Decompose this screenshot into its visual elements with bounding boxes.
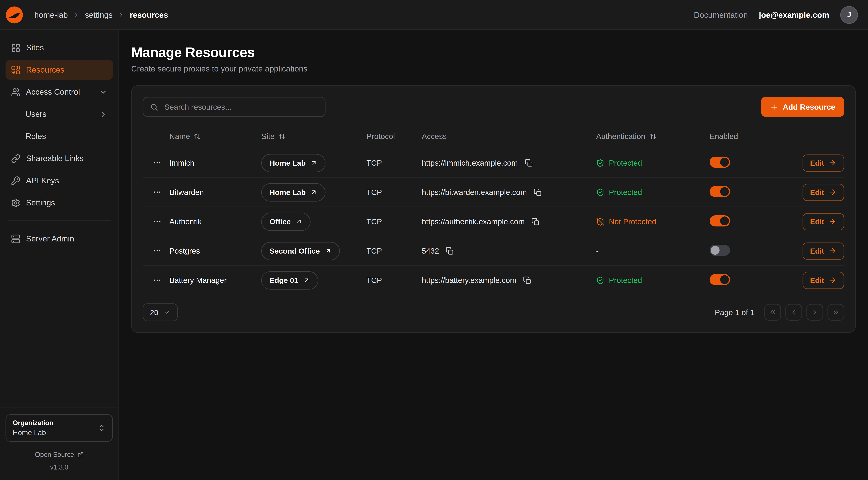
- next-page-button[interactable]: [806, 304, 823, 321]
- copy-button[interactable]: [523, 157, 534, 168]
- edit-button[interactable]: Edit: [802, 183, 844, 201]
- sidebar-item-shareable-links[interactable]: Shareable Links: [6, 148, 113, 168]
- sidebar-item-label: Users: [26, 110, 46, 119]
- external-link-icon: [325, 247, 332, 254]
- page-size-select[interactable]: 20: [143, 303, 178, 321]
- table-row: Immich Home Lab TCP https://immich.examp…: [143, 148, 844, 177]
- site-name: Office: [270, 217, 291, 226]
- organization-selector[interactable]: Organization Home Lab: [6, 414, 113, 442]
- resource-protocol: TCP: [366, 158, 422, 167]
- table-footer: 20 Page 1 of 1: [143, 303, 844, 321]
- row-menu-button[interactable]: [150, 243, 165, 259]
- enabled-toggle[interactable]: [710, 244, 730, 256]
- chevron-right-icon: [73, 11, 80, 18]
- site-link-button[interactable]: Home Lab: [261, 154, 326, 172]
- sidebar-divider: [8, 220, 111, 221]
- resource-name: Bitwarden: [169, 188, 261, 197]
- topbar: home-lab settings resources Documentatio…: [0, 0, 868, 30]
- site-link-button[interactable]: Edge 01: [261, 271, 318, 289]
- sidebar-item-label: Settings: [26, 198, 55, 207]
- arrow-right-icon: [829, 188, 836, 196]
- enabled-toggle[interactable]: [710, 274, 730, 285]
- sidebar-item-access-control[interactable]: Access Control: [6, 82, 113, 102]
- enabled-toggle[interactable]: [710, 215, 730, 226]
- first-page-button[interactable]: [764, 304, 781, 321]
- edit-button[interactable]: Edit: [802, 242, 844, 259]
- table-row: Bitwarden Home Lab TCP https://bitwarden…: [143, 177, 844, 207]
- enabled-toggle[interactable]: [710, 186, 730, 197]
- avatar[interactable]: J: [840, 6, 858, 24]
- breadcrumb-settings[interactable]: settings: [85, 10, 113, 19]
- sidebar-item-roles[interactable]: Roles: [6, 126, 113, 146]
- sidebar-item-label: Access Control: [26, 87, 80, 96]
- breadcrumb-resources: resources: [130, 10, 168, 19]
- row-menu-button[interactable]: [150, 155, 165, 171]
- sort-site-button[interactable]: [278, 133, 286, 140]
- sidebar-item-sites[interactable]: Sites: [6, 38, 113, 58]
- copy-button[interactable]: [522, 275, 532, 286]
- page-title: Manage Resources: [131, 44, 856, 60]
- sidebar-item-label: Shareable Links: [26, 154, 84, 163]
- site-name: Edge 01: [270, 276, 298, 284]
- open-source-label: Open Source: [35, 451, 74, 458]
- site-link-button[interactable]: Second Office: [261, 242, 340, 260]
- user-email[interactable]: joe@example.com: [759, 10, 829, 19]
- search-icon: [150, 102, 158, 111]
- shield-check-icon: [596, 158, 604, 167]
- arrow-right-icon: [829, 217, 836, 226]
- sidebar-item-settings[interactable]: Settings: [6, 193, 113, 213]
- site-link-button[interactable]: Home Lab: [261, 183, 326, 201]
- edit-button[interactable]: Edit: [802, 271, 844, 289]
- previous-page-button[interactable]: [785, 304, 802, 321]
- enabled-toggle[interactable]: [710, 156, 730, 168]
- column-header-name: Name: [169, 132, 190, 141]
- breadcrumb-home-lab[interactable]: home-lab: [34, 10, 68, 19]
- column-header-enabled: Enabled: [710, 132, 738, 141]
- row-menu-button[interactable]: [150, 272, 165, 288]
- add-resource-button[interactable]: Add Resource: [761, 97, 844, 117]
- auth-status: Protected: [609, 158, 642, 167]
- resource-access-url: https://battery.example.com: [422, 276, 517, 284]
- site-name: Second Office: [270, 247, 320, 255]
- column-header-authentication: Authentication: [596, 132, 645, 141]
- site-link-button[interactable]: Office: [261, 212, 311, 231]
- resource-protocol: TCP: [366, 188, 422, 197]
- edit-button[interactable]: Edit: [802, 154, 844, 171]
- sort-authentication-button[interactable]: [649, 133, 656, 140]
- search-input[interactable]: [163, 102, 318, 112]
- pagination-controls: [764, 304, 844, 321]
- external-link-icon: [78, 452, 84, 458]
- sort-name-button[interactable]: [194, 133, 201, 140]
- documentation-link[interactable]: Documentation: [694, 10, 748, 19]
- key-icon: [11, 176, 21, 185]
- combine-icon: [11, 65, 21, 74]
- resource-access-port: 5432: [422, 246, 439, 255]
- sidebar-item-server-admin[interactable]: Server Admin: [6, 229, 113, 248]
- resource-name: Postgres: [169, 246, 261, 255]
- table-row: Postgres Second Office TCP 5432: [143, 236, 844, 265]
- resource-protocol: TCP: [366, 246, 422, 255]
- ellipsis-icon: [153, 276, 162, 284]
- external-link-icon: [311, 189, 317, 196]
- row-menu-button[interactable]: [150, 214, 165, 229]
- sidebar-item-users[interactable]: Users: [6, 104, 113, 124]
- sidebar-item-resources[interactable]: Resources: [6, 60, 113, 80]
- resource-access-url: https://authentik.example.com: [422, 217, 525, 226]
- ellipsis-icon: [153, 246, 162, 255]
- app-logo-icon[interactable]: [4, 5, 24, 25]
- resource-protocol: TCP: [366, 276, 422, 284]
- edit-button[interactable]: Edit: [802, 213, 844, 230]
- grid-icon: [11, 43, 21, 52]
- last-page-button[interactable]: [828, 304, 844, 321]
- copy-icon: [533, 188, 542, 197]
- sidebar-item-api-keys[interactable]: API Keys: [6, 171, 113, 190]
- chevron-down-icon: [163, 309, 170, 316]
- copy-button[interactable]: [532, 187, 543, 197]
- row-menu-button[interactable]: [150, 184, 165, 200]
- sidebar-footer: Organization Home Lab Open Source v1.3.0: [0, 407, 119, 480]
- copy-button[interactable]: [444, 246, 455, 256]
- edit-label: Edit: [810, 158, 824, 167]
- copy-button[interactable]: [530, 216, 541, 227]
- chevron-left-icon: [790, 308, 798, 316]
- open-source-link[interactable]: Open Source: [6, 451, 113, 458]
